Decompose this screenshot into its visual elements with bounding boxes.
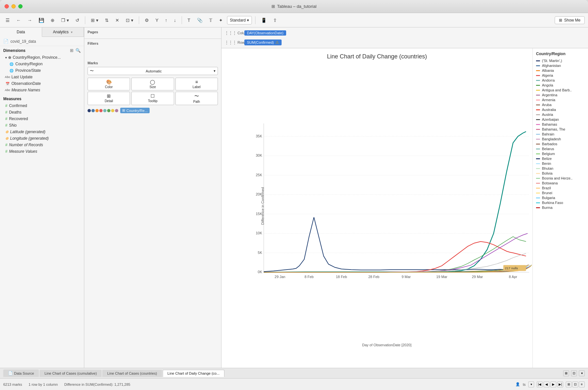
legend-item: Afghanistan: [536, 64, 585, 68]
color-dot-5: [103, 109, 106, 112]
tab-data[interactable]: Data: [0, 27, 42, 37]
sort-asc-btn[interactable]: ↑: [163, 16, 170, 24]
datasource-item[interactable]: 📄 covid_19_data: [0, 37, 84, 46]
titlebar: ⊞ Tableau – da_tutorial: [0, 0, 588, 13]
legend-item: Brazil: [536, 186, 585, 190]
back-btn[interactable]: ←: [14, 16, 23, 24]
worksheet-btn[interactable]: ⊞ ▾: [89, 16, 101, 24]
legend-items-container: ('St. Martin',)AfghanistanAlbaniaAlgeria…: [536, 59, 585, 210]
tab-analytics[interactable]: Analytics ▾: [42, 27, 84, 37]
measure-latitude[interactable]: ⊕ Latitude (generated): [0, 129, 84, 135]
legend-color-swatch: [536, 90, 540, 91]
measure-confirmed[interactable]: # Confirmed: [0, 102, 84, 109]
last-page-btn[interactable]: ▶|: [557, 382, 563, 387]
tab-datasource[interactable]: 📄 Data Source: [3, 369, 39, 377]
legend-color-swatch: [536, 134, 540, 135]
size-btn[interactable]: ◯ Size: [131, 78, 174, 90]
color-dot-1: [88, 109, 91, 112]
fit-dropdown[interactable]: Standard ▾: [227, 16, 252, 24]
label-btn[interactable]: ≡ Label: [175, 78, 218, 90]
measure-recovered[interactable]: # Recovered: [0, 116, 84, 122]
show-me-button[interactable]: ⊞ Show Me: [555, 16, 585, 24]
geo-group-header[interactable]: ▾ ⬟ Country/Region, Province...: [0, 54, 84, 61]
filter-btn[interactable]: Y: [153, 16, 161, 24]
analytics-btn[interactable]: ⚙: [142, 16, 151, 24]
measure-num-records[interactable]: # Number of Records: [0, 142, 84, 148]
legend-item: Bahrain: [536, 132, 585, 136]
duplicate-btn[interactable]: ❐ ▾: [59, 16, 71, 24]
fit-btn[interactable]: ⊡ ▾: [123, 16, 136, 24]
svg-text:0K: 0K: [258, 270, 262, 274]
grid-view-btn[interactable]: ⊞: [566, 382, 572, 387]
clear-btn[interactable]: ✕: [113, 16, 122, 24]
legend-title: Country/Region: [536, 52, 585, 56]
device-preview-btn[interactable]: 📱: [259, 16, 269, 24]
prev-page-btn[interactable]: ◀: [544, 382, 549, 387]
username: ts: [523, 382, 526, 386]
first-page-btn[interactable]: |◀: [537, 382, 543, 387]
dim-measure-names[interactable]: Abc Measure Names: [0, 87, 84, 93]
sidebar-tabs: Data Analytics ▾: [0, 27, 84, 37]
close-button[interactable]: [5, 4, 9, 8]
detail-btn[interactable]: ⊞ Detail: [88, 92, 130, 105]
tab-countries[interactable]: Line Chart of Cases (countries): [102, 370, 162, 377]
columns-pill[interactable]: DAY(ObservationDate): [244, 30, 286, 36]
rows-pill[interactable]: SUM(Confirmed) ⚠: [244, 39, 282, 45]
color-dot-3: [95, 109, 99, 112]
legend-item: Bahamas: [536, 122, 585, 126]
dim-province-state[interactable]: 🌐 Province/State: [0, 67, 84, 74]
save-btn[interactable]: 💾: [36, 16, 46, 24]
forward-btn[interactable]: →: [25, 16, 34, 24]
measure-deaths[interactable]: # Deaths: [0, 109, 84, 116]
undo-btn[interactable]: ↺: [73, 16, 82, 24]
label-btn[interactable]: T: [185, 16, 193, 24]
legend-color-swatch: [536, 109, 540, 110]
svg-text:8 Apr: 8 Apr: [509, 275, 517, 279]
measures-header: Measures: [0, 95, 84, 102]
tab-more-btn[interactable]: ▾: [579, 370, 585, 376]
minimize-button[interactable]: [11, 4, 16, 8]
fit-view-btn[interactable]: ⊡: [572, 382, 578, 387]
list-view-btn[interactable]: ≡: [579, 382, 585, 387]
measure-longitude[interactable]: ⊕ Longitude (generated): [0, 135, 84, 142]
tab-daily-change[interactable]: Line Chart of Daily Change (co...: [163, 370, 225, 377]
annotation-btn[interactable]: 📎: [195, 16, 205, 24]
dimensions-grid-btn[interactable]: ⊞: [70, 48, 74, 53]
dim-last-update[interactable]: Abc Last Update: [0, 74, 84, 80]
sort-desc-btn[interactable]: ↓: [172, 16, 178, 24]
dim-observation-date[interactable]: 📅 ObservationDate: [0, 80, 84, 87]
abc-icon: Abc: [5, 75, 10, 79]
maximize-button[interactable]: [18, 4, 23, 8]
swap-btn[interactable]: ⇅: [103, 16, 111, 24]
dim-country-region[interactable]: 🌐 Country/Region: [0, 61, 84, 67]
rows-label: ⋮⋮⋮ Rows: [225, 40, 244, 45]
format-btn[interactable]: 𝕋: [207, 16, 215, 24]
measure-values[interactable]: # Measure Values: [0, 148, 84, 155]
legend-item: Burma: [536, 206, 585, 210]
legend-color-swatch: [536, 70, 540, 71]
legend-color-swatch: [536, 100, 540, 101]
chart-container: Line Chart of Daily Change (countries) D…: [221, 48, 588, 368]
user-dropdown-btn[interactable]: ▾: [528, 382, 534, 387]
dimensions-search-btn[interactable]: 🔍: [75, 48, 81, 53]
share-btn[interactable]: ⇪: [271, 16, 279, 24]
svg-text:29 Jan: 29 Jan: [275, 275, 286, 279]
tab-new-sheet-btn[interactable]: ⊞: [563, 370, 569, 376]
country-region-pill[interactable]: ⊞ Country/Re...: [120, 108, 150, 113]
view-mode-btns: ⊞ ⊡ ≡: [566, 382, 585, 387]
color-dot-2: [91, 109, 95, 112]
svg-text:18 Feb: 18 Feb: [336, 275, 347, 279]
color-dots-row: ⊞ Country/Re...: [88, 108, 218, 113]
tooltip-btn[interactable]: ✦: [217, 16, 225, 24]
tab-cumulative[interactable]: Line Chart of Cases (cumulative): [40, 370, 102, 377]
path-btn[interactable]: 〜 Path: [175, 92, 218, 105]
next-page-btn[interactable]: ▶: [550, 382, 556, 387]
new-datasource-btn[interactable]: ⊕: [48, 16, 57, 24]
tooltip-btn[interactable]: ☐ Tooltip: [131, 92, 174, 105]
tab-duplicate-btn[interactable]: ⊡: [571, 370, 577, 376]
toolbar-menu-btn[interactable]: ☰: [3, 16, 12, 24]
color-btn[interactable]: 🎨 Color: [88, 78, 130, 90]
user-icon: 👤: [515, 382, 520, 386]
marks-type-dropdown[interactable]: 〜 Automatic ▾: [88, 67, 218, 75]
measure-sno[interactable]: # SNo: [0, 122, 84, 129]
